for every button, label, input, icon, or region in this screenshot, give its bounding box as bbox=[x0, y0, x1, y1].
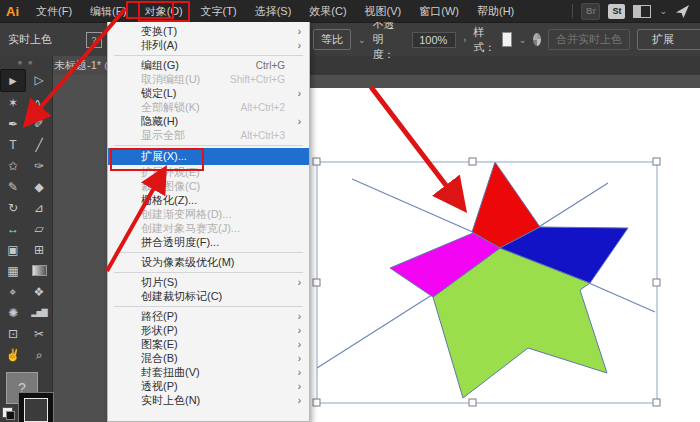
symbol-sprayer-tool[interactable]: ✺ bbox=[0, 302, 26, 323]
zoom-tool[interactable]: ⌕ bbox=[26, 344, 52, 365]
chevron-down-icon[interactable]: ⌄ bbox=[519, 35, 527, 45]
menu-item-arrange[interactable]: 排列(A)› bbox=[108, 38, 309, 52]
menu-item-perspective[interactable]: 透视(P)› bbox=[108, 379, 309, 393]
menu-item-label: 创建裁切标记(C) bbox=[141, 289, 301, 304]
submenu-arrow-icon: › bbox=[298, 367, 301, 378]
hand-tool[interactable]: ✌ bbox=[0, 344, 26, 365]
menu-item-shape[interactable]: 形状(P)› bbox=[108, 323, 309, 337]
menubar-item-type[interactable]: 文字(T) bbox=[192, 1, 246, 22]
rotate-tool[interactable]: ↻ bbox=[0, 197, 26, 218]
menubar-item-select[interactable]: 选择(S) bbox=[246, 1, 301, 22]
curvature-tool[interactable]: ✐ bbox=[26, 113, 52, 134]
blend-tool[interactable]: ❖ bbox=[26, 281, 52, 302]
workspace-layout-icon[interactable] bbox=[633, 5, 651, 18]
mesh-tool[interactable]: ▦ bbox=[0, 260, 26, 281]
menu-item-label: 取消编组(U) bbox=[141, 72, 230, 87]
menu-separator bbox=[114, 55, 303, 56]
submenu-arrow-icon: › bbox=[298, 339, 301, 350]
menubar-item-object[interactable]: 对象(O) bbox=[138, 1, 190, 22]
menu-item-expand[interactable]: 扩展(X)... bbox=[108, 148, 309, 165]
toolbar-grip[interactable]: ■ ■ bbox=[0, 55, 52, 69]
menu-item-label: 显示全部 bbox=[141, 128, 241, 143]
menu-item-create-trim-marks[interactable]: 创建裁切标记(C) bbox=[108, 289, 309, 303]
menu-item-path[interactable]: 路径(P)› bbox=[108, 309, 309, 323]
stock-icon[interactable]: St bbox=[608, 4, 625, 19]
menubar-item-view[interactable]: 视图(V) bbox=[356, 1, 411, 22]
slice-tool[interactable]: ✂ bbox=[26, 323, 52, 344]
default-fill-stroke-icon[interactable] bbox=[2, 407, 13, 418]
menu-separator bbox=[114, 145, 303, 146]
menu-bar: Ai 文件(F)编辑(E)对象(O)文字(T)选择(S)效果(C)视图(V)窗口… bbox=[0, 0, 700, 22]
free-transform-tool[interactable]: ▱ bbox=[26, 218, 52, 239]
proportional-button[interactable]: 等比 bbox=[313, 29, 351, 50]
chevron-down-icon[interactable]: ⌄ bbox=[659, 6, 667, 16]
pencil-tool[interactable]: ✎ bbox=[0, 176, 26, 197]
submenu-arrow-icon: › bbox=[298, 325, 301, 336]
direct-selection-tool[interactable]: ▷ bbox=[26, 69, 52, 90]
menu-item-rasterize[interactable]: 栅格化(Z)... bbox=[108, 193, 309, 207]
menu-item-pattern[interactable]: 图案(E)› bbox=[108, 337, 309, 351]
tools-panel: ■ ■ ►▷✶∿✒✐T╱✩✑✎◆↻⊿↔▱▣⊞▦⌖❖✺▂▅▇⊡✂✌⌕ ? bbox=[0, 55, 53, 422]
style-label: 样式： bbox=[473, 25, 495, 55]
artboard-tool[interactable]: ⊡ bbox=[0, 323, 26, 344]
share-icon[interactable] bbox=[675, 4, 690, 19]
menu-item-blend[interactable]: 混合(B)› bbox=[108, 351, 309, 365]
menu-item-slice[interactable]: 切片(S)› bbox=[108, 275, 309, 289]
menu-item-label: 裁剪图像(C) bbox=[141, 179, 301, 194]
menubar-item-window[interactable]: 窗口(W) bbox=[410, 1, 468, 22]
scale-tool[interactable]: ⊿ bbox=[26, 197, 52, 218]
menu-item-label: 扩展(X)... bbox=[141, 149, 301, 164]
shape-builder-tool[interactable]: ▣ bbox=[0, 239, 26, 260]
menu-item-hide[interactable]: 隐藏(H)› bbox=[108, 114, 309, 128]
stroke-color-swatch[interactable] bbox=[19, 393, 53, 422]
selection-tool[interactable]: ► bbox=[0, 69, 26, 92]
menu-item-label: 透视(P) bbox=[141, 379, 301, 394]
menubar-item-edit[interactable]: 编辑(E) bbox=[81, 1, 136, 22]
chevron-down-icon[interactable]: ⌄ bbox=[358, 35, 366, 45]
paintbrush-tool[interactable]: ✑ bbox=[26, 155, 52, 176]
lasso-tool[interactable]: ∿ bbox=[26, 92, 52, 113]
line-segment-tool[interactable]: ╱ bbox=[26, 134, 52, 155]
menu-item-label: 创建对象马赛克(J)... bbox=[141, 221, 301, 236]
blob-brush-tool[interactable]: ◆ bbox=[26, 176, 52, 197]
fill-question-swatch[interactable]: ? bbox=[86, 32, 102, 48]
menu-item-label: 全部解锁(K) bbox=[141, 100, 241, 115]
star-shape-tool[interactable]: ✩ bbox=[0, 155, 26, 176]
menubar-item-file[interactable]: 文件(F) bbox=[27, 1, 81, 22]
menu-item-envelope-distort[interactable]: 封套扭曲(V)› bbox=[108, 365, 309, 379]
menu-item-shortcut: Ctrl+G bbox=[256, 60, 301, 71]
width-tool[interactable]: ↔ bbox=[0, 218, 26, 239]
artboard[interactable] bbox=[280, 88, 700, 422]
menu-item-label: 拼合透明度(F)... bbox=[141, 235, 301, 250]
pen-tool[interactable]: ✒ bbox=[0, 113, 26, 134]
bridge-icon[interactable]: Br bbox=[581, 3, 600, 20]
opacity-label[interactable]: 不透明度： bbox=[373, 17, 406, 62]
opacity-more-icon[interactable]: › bbox=[463, 35, 466, 45]
menubar-item-help[interactable]: 帮助(H) bbox=[468, 1, 523, 22]
magic-wand-tool[interactable]: ✶ bbox=[0, 92, 26, 113]
opacity-value[interactable]: 100% bbox=[412, 32, 456, 48]
illustrator-window: { "menubar": { "logo": "Ai", "items": [ … bbox=[0, 0, 700, 422]
menu-item-label: 实时上色(N) bbox=[141, 393, 301, 408]
merge-live-paint-button[interactable]: 合并实时上色 bbox=[548, 29, 630, 50]
gradient-tool[interactable] bbox=[26, 260, 52, 281]
expand-button[interactable]: 扩展 bbox=[637, 29, 700, 50]
menu-item-flatten-transparency[interactable]: 拼合透明度(F)... bbox=[108, 235, 309, 249]
menu-item-group[interactable]: 编组(G)Ctrl+G bbox=[108, 58, 309, 72]
menu-item-label: 扩展外观(E) bbox=[141, 165, 301, 180]
menu-item-label: 隐藏(H) bbox=[141, 114, 301, 129]
graph-tool[interactable]: ▂▅▇ bbox=[26, 302, 52, 323]
menu-item-transform[interactable]: 变换(T)› bbox=[108, 24, 309, 38]
eyedropper-tool[interactable]: ⌖ bbox=[0, 281, 26, 302]
menu-item-live-paint[interactable]: 实时上色(N)› bbox=[108, 393, 309, 407]
perspective-grid-tool[interactable]: ⊞ bbox=[26, 239, 52, 260]
style-swatch[interactable] bbox=[502, 32, 512, 47]
menu-item-label: 切片(S) bbox=[141, 275, 301, 290]
menu-item-lock[interactable]: 锁定(L)› bbox=[108, 86, 309, 100]
object-menu-dropdown: 变换(T)›排列(A)›编组(G)Ctrl+G取消编组(U)Shift+Ctrl… bbox=[107, 22, 310, 422]
menubar-divider bbox=[572, 4, 573, 18]
type-tool[interactable]: T bbox=[0, 134, 26, 155]
menu-item-pixel-perfect[interactable]: 设为像素级优化(M) bbox=[108, 255, 309, 269]
recolor-artwork-icon[interactable] bbox=[533, 33, 541, 46]
menubar-item-effect[interactable]: 效果(C) bbox=[300, 1, 355, 22]
